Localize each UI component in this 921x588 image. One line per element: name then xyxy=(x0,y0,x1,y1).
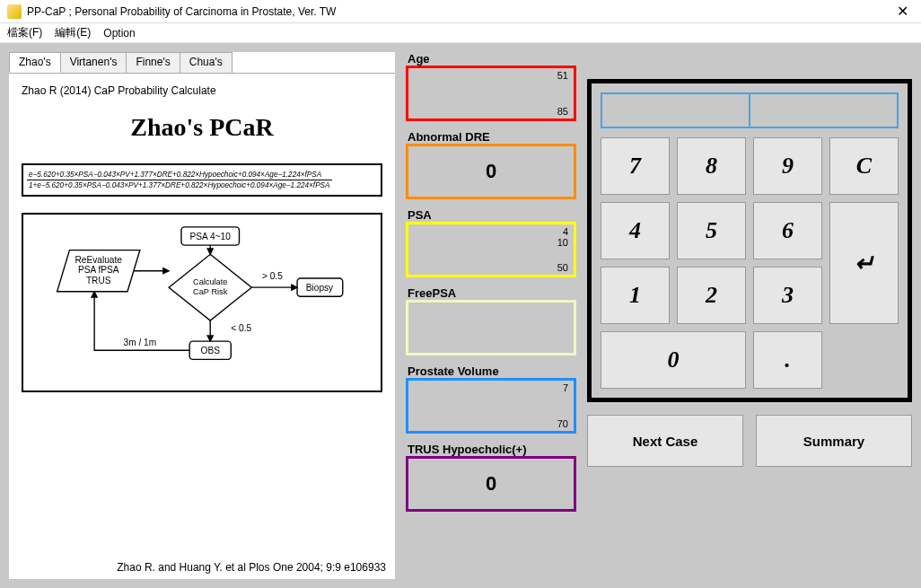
key-1[interactable]: 1 xyxy=(601,267,670,324)
doc-citation: Zhao R. and Huang Y. et al Plos One 2004… xyxy=(117,561,386,574)
key-4[interactable]: 4 xyxy=(601,202,670,259)
formula-numerator: e−5.620+0.35×PSA−0.043×PV+1.377×DRE+0.82… xyxy=(27,171,332,180)
dre-label: Abnormal DRE xyxy=(408,130,576,144)
calculator: 7 8 9 C 4 5 6 ↵ 1 2 3 0 . xyxy=(587,79,912,402)
display-row xyxy=(601,92,899,128)
psa-v2: 10 xyxy=(557,237,568,248)
tab-chua[interactable]: Chua's xyxy=(180,52,232,73)
fpsa-field[interactable] xyxy=(406,300,576,355)
psa-v3: 50 xyxy=(557,262,568,273)
input-column: Age 51 85 Abnormal DRE 0 PSA 4 10 50 Fre… xyxy=(406,52,576,579)
summary-button[interactable]: Summary xyxy=(756,415,912,467)
age-min: 51 xyxy=(557,70,568,81)
doc-subtitle: Zhao R (2014) CaP Probability Calculate xyxy=(22,84,382,97)
svg-text:CaP Risk: CaP Risk xyxy=(193,287,228,296)
svg-text:3m / 1m: 3m / 1m xyxy=(124,338,157,347)
keypad-column: 7 8 9 C 4 5 6 ↵ 1 2 3 0 . Next Case Summ… xyxy=(587,52,912,579)
pv-max: 70 xyxy=(557,418,568,429)
pv-min: 7 xyxy=(563,382,568,393)
doc-panel: Zhao's Virtanen's Finne's Chua's Zhao R … xyxy=(9,52,395,579)
key-enter[interactable]: ↵ xyxy=(829,202,899,324)
svg-text:OBS: OBS xyxy=(201,346,221,355)
key-clear[interactable]: C xyxy=(829,137,899,195)
key-9[interactable]: 9 xyxy=(753,137,822,195)
display-left xyxy=(601,93,750,127)
tab-strip: Zhao's Virtanen's Finne's Chua's xyxy=(9,52,395,74)
key-2[interactable]: 2 xyxy=(677,267,746,324)
tab-finne[interactable]: Finne's xyxy=(126,52,180,73)
key-6[interactable]: 6 xyxy=(753,202,822,259)
psa-v1: 4 xyxy=(563,226,568,237)
psa-field[interactable]: 4 10 50 xyxy=(406,222,576,277)
key-8[interactable]: 8 xyxy=(677,137,746,195)
display-right xyxy=(750,93,898,127)
key-3[interactable]: 3 xyxy=(753,267,822,324)
key-7[interactable]: 7 xyxy=(601,137,670,195)
menu-option[interactable]: Option xyxy=(103,27,135,39)
trus-value: 0 xyxy=(486,472,496,496)
flowchart: PSA 4~10 ReEvaluate PSA fPSA TRUS Calcul… xyxy=(22,213,382,392)
titlebar: PP-CaP ; Personal Probability of Carcino… xyxy=(0,0,921,23)
tab-zhao[interactable]: Zhao's xyxy=(9,52,61,73)
pv-field[interactable]: 7 70 xyxy=(406,378,576,434)
age-max: 85 xyxy=(557,106,568,117)
dre-value: 0 xyxy=(486,160,496,183)
tab-virtanen[interactable]: Virtanen's xyxy=(60,52,127,73)
svg-text:> 0.5: > 0.5 xyxy=(262,271,283,281)
window-title: PP-CaP ; Personal Probability of Carcino… xyxy=(27,5,891,18)
menu-edit[interactable]: 編輯(E) xyxy=(55,25,91,40)
svg-text:< 0.5: < 0.5 xyxy=(231,323,251,333)
formula-box: e−5.620+0.35×PSA−0.043×PV+1.377×DRE+0.82… xyxy=(22,163,382,197)
dre-field[interactable]: 0 xyxy=(406,144,576,199)
age-field[interactable]: 51 85 xyxy=(406,66,576,121)
psa-label: PSA xyxy=(408,208,576,222)
close-icon[interactable]: ✕ xyxy=(891,3,914,20)
svg-text:ReEvaluate: ReEvaluate xyxy=(75,255,123,265)
svg-text:PSA  fPSA: PSA fPSA xyxy=(78,265,119,275)
svg-text:Biopsy: Biopsy xyxy=(306,283,334,293)
pv-label: Prostate Volume xyxy=(408,364,576,378)
app-icon xyxy=(7,4,22,19)
key-0[interactable]: 0 xyxy=(601,331,746,389)
fpsa-label: FreePSA xyxy=(408,286,576,300)
menubar: 檔案(F) 編輯(E) Option xyxy=(0,23,921,43)
doc-title: Zhao's PCaR xyxy=(22,113,382,142)
flow-psa-range: PSA 4~10 xyxy=(190,232,232,241)
key-dot[interactable]: . xyxy=(753,331,822,389)
svg-text:TRUS: TRUS xyxy=(86,276,111,285)
svg-text:Calculate: Calculate xyxy=(193,277,227,286)
formula-denominator: 1+e−5.620+0.35×PSA−0.043×PV+1.377×DRE+0.… xyxy=(27,180,332,189)
next-case-button[interactable]: Next Case xyxy=(587,415,743,467)
key-5[interactable]: 5 xyxy=(677,202,746,259)
menu-file[interactable]: 檔案(F) xyxy=(7,25,42,40)
age-label: Age xyxy=(408,52,576,66)
trus-field[interactable]: 0 xyxy=(406,456,576,512)
trus-label: TRUS Hypoecholic(+) xyxy=(408,443,576,456)
